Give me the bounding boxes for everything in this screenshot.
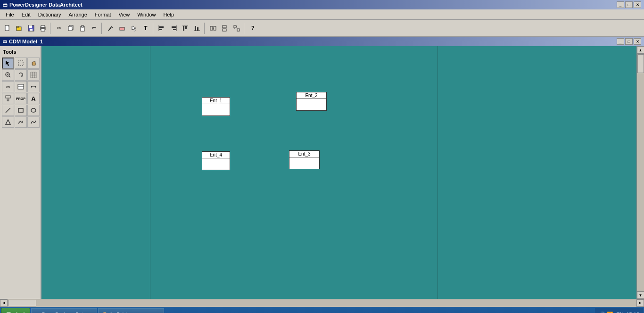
svg-marker-62	[7, 100, 9, 101]
tool-inherit[interactable]	[2, 93, 14, 104]
separator-1	[50, 23, 52, 34]
tool-rotate[interactable]	[15, 69, 27, 81]
svg-rect-19	[159, 29, 162, 30]
entity-ent2[interactable]: Ent_2	[296, 92, 327, 111]
workspace-area: Tools	[0, 46, 644, 299]
menu-help[interactable]: Help	[159, 11, 178, 18]
cdm-title: CDM Model_1	[9, 39, 617, 44]
scroll-thumb-horizontal[interactable]	[8, 300, 36, 306]
tool-grid[interactable]	[27, 69, 40, 81]
maximize-button[interactable]: □	[625, 1, 633, 8]
undo-button[interactable]	[89, 23, 100, 34]
scroll-right-arrow[interactable]: ►	[636, 299, 644, 307]
svg-rect-22	[173, 29, 176, 30]
canvas-vline-left	[150, 46, 150, 299]
tool-multiselect[interactable]	[15, 58, 27, 69]
tool-zoom[interactable]	[2, 69, 14, 81]
svg-marker-58	[31, 86, 33, 88]
align-left-button[interactable]	[156, 23, 167, 34]
copy-button[interactable]	[65, 23, 76, 34]
same-size-button[interactable]	[231, 23, 242, 34]
scroll-thumb-vertical[interactable]	[637, 54, 644, 73]
new-button[interactable]	[2, 23, 13, 34]
tool-rect[interactable]	[15, 105, 27, 116]
start-icon: ⊞	[6, 311, 11, 313]
minimize-button[interactable]: _	[617, 1, 624, 8]
svg-rect-31	[214, 26, 216, 30]
text-tool-button[interactable]: T	[140, 23, 151, 34]
taskbar-item-powerdesigner[interactable]: 🗃 PowerDesigner Data...	[31, 308, 97, 313]
svg-rect-36	[237, 29, 239, 31]
svg-rect-60	[6, 96, 10, 98]
menu-edit[interactable]: Edit	[18, 11, 34, 18]
start-button[interactable]: ⊞ start	[1, 308, 30, 313]
menu-format[interactable]: Format	[91, 11, 115, 18]
scroll-up-arrow[interactable]: ▲	[637, 46, 644, 54]
cursor-button[interactable]	[128, 23, 140, 34]
tool-cut[interactable]: ✂	[2, 81, 14, 92]
svg-rect-35	[234, 25, 236, 28]
entity-ent4[interactable]: Ent_4	[202, 151, 230, 170]
eraser-button[interactable]	[116, 23, 128, 34]
print-button[interactable]	[37, 23, 49, 34]
tool-freehand[interactable]	[27, 116, 40, 128]
align-right-button[interactable]	[168, 23, 179, 34]
svg-rect-55	[18, 84, 24, 89]
tool-select[interactable]	[2, 58, 14, 69]
save-button[interactable]	[25, 23, 37, 34]
tray-icons: 🔊 📶	[599, 312, 613, 313]
svg-rect-40	[18, 61, 23, 66]
scroll-track-horizontal[interactable]	[8, 299, 636, 307]
svg-marker-59	[34, 86, 36, 88]
cdm-close-button[interactable]: ✕	[634, 38, 641, 45]
tool-text[interactable]: A	[27, 93, 40, 104]
align-top-button[interactable]	[180, 23, 191, 34]
tool-triangle[interactable]	[2, 116, 14, 128]
tool-ellipse[interactable]	[27, 105, 40, 116]
app-title: PowerDesigner DataArchitect	[9, 2, 617, 8]
start-label: start	[13, 311, 25, 313]
menu-window[interactable]: Window	[133, 11, 159, 18]
svg-rect-21	[172, 26, 176, 28]
cut-button[interactable]: ✂	[53, 23, 65, 34]
close-button[interactable]: ✕	[634, 1, 641, 8]
canvas-area[interactable]: Ent_1 Ent_2 Ent_4 Ent_3	[41, 46, 636, 299]
cdm-titlebar: 🗃 CDM Model_1 _ □ ✕	[0, 37, 644, 46]
tool-entity[interactable]	[15, 81, 27, 92]
entity-ent1-title: Ent_1	[202, 98, 230, 104]
svg-rect-5	[29, 25, 32, 28]
taskbar-item-paint[interactable]: 🎨 1 - Paint	[98, 308, 164, 313]
menu-arrange[interactable]: Arrange	[65, 11, 91, 18]
menu-dictionary[interactable]: Dictionary	[34, 11, 65, 18]
toolbar: ✂ T	[0, 20, 644, 37]
paste-button[interactable]	[77, 23, 88, 34]
tool-hand[interactable]	[27, 58, 40, 69]
help-button[interactable]: ?	[247, 23, 258, 34]
same-height-button[interactable]	[219, 23, 231, 34]
separator-3	[153, 23, 155, 34]
canvas-vline-right	[438, 46, 438, 299]
svg-line-63	[6, 108, 10, 113]
tool-properties[interactable]: PROP	[15, 93, 27, 104]
tool-polyline[interactable]	[15, 116, 27, 128]
entity-ent1[interactable]: Ent_1	[202, 97, 230, 116]
svg-rect-41	[32, 62, 33, 65]
tool-link[interactable]	[27, 81, 40, 92]
scroll-left-arrow[interactable]: ◄	[0, 299, 8, 307]
open-button[interactable]	[14, 23, 25, 34]
svg-rect-16	[120, 27, 124, 30]
cdm-minimize-button[interactable]: _	[617, 38, 624, 45]
scroll-down-arrow[interactable]: ▼	[637, 291, 644, 299]
align-bottom-button[interactable]	[191, 23, 203, 34]
pen-tool-button[interactable]	[105, 23, 116, 34]
svg-rect-33	[223, 25, 226, 28]
tool-line[interactable]	[2, 105, 14, 116]
menu-view[interactable]: View	[115, 11, 134, 18]
cdm-maximize-button[interactable]: □	[625, 38, 633, 45]
svg-rect-11	[68, 26, 72, 31]
separator-2	[101, 23, 103, 34]
menu-file[interactable]: File	[2, 11, 18, 18]
same-width-button[interactable]	[207, 23, 219, 34]
entity-ent3[interactable]: Ent_3	[289, 150, 320, 169]
scroll-track-vertical[interactable]	[637, 54, 644, 291]
